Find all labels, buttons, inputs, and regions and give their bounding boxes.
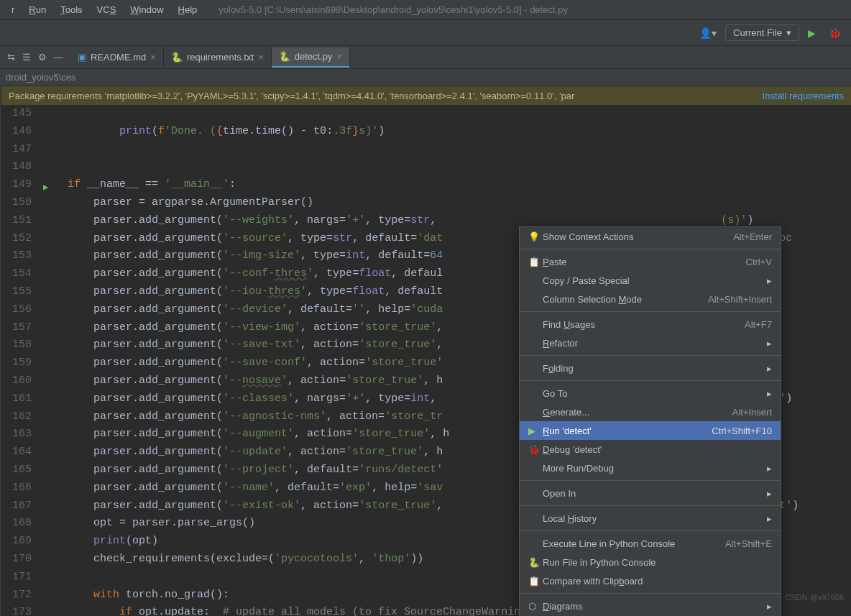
tab-requirements[interactable]: 🐍 requirements.txt × xyxy=(164,47,272,68)
code-text: parser.add_argument('--agnostic-nms', ac… xyxy=(68,408,443,426)
submenu-arrow-icon: ▸ xyxy=(762,601,772,612)
context-menu-item[interactable]: Local History▸ xyxy=(520,509,781,528)
line-number: 157 xyxy=(1,319,45,337)
context-menu-item[interactable]: 🐞Debug 'detect' xyxy=(520,440,781,459)
code-text: parser.add_argument('--update', action='… xyxy=(68,443,443,461)
fold-gutter xyxy=(58,176,68,194)
menu-item-shortcut: Alt+F7 xyxy=(745,319,772,330)
line-number: 161 xyxy=(1,390,45,408)
debug-button[interactable]: 🐞 xyxy=(824,27,845,39)
context-menu-item[interactable]: 📋Compare with Clipboard xyxy=(520,571,781,590)
context-menu-item[interactable]: Refactor▸ xyxy=(520,334,781,352)
menu-item[interactable]: r xyxy=(4,4,22,15)
fold-gutter xyxy=(58,569,68,587)
line-number: 169 xyxy=(1,533,45,551)
close-icon[interactable]: × xyxy=(258,52,264,63)
code-line[interactable]: 147 xyxy=(1,141,851,159)
context-menu-item[interactable]: Generate...Alt+Insert xyxy=(520,403,781,421)
fold-gutter xyxy=(58,247,68,265)
code-text: parser.add_argument('--img-size', type=i… xyxy=(68,247,443,265)
context-menu-item[interactable]: Copy / Paste Special▸ xyxy=(520,271,781,290)
context-menu-item[interactable]: Go To▸ xyxy=(520,384,781,403)
code-line[interactable]: 146 print(f'Done. ({time.time() - t0:.3f… xyxy=(1,123,851,141)
context-menu-item[interactable]: ▶Run 'detect'Ctrl+Shift+F10 xyxy=(520,421,781,440)
line-number: 148 xyxy=(1,158,45,176)
tab-readme[interactable]: ▣ README.md × xyxy=(70,47,164,68)
requirements-banner: Package requirements 'matplotlib>=3.2.2'… xyxy=(1,86,851,105)
context-menu-item[interactable]: ⬡Diagrams▸ xyxy=(520,597,781,615)
menu-item-shortcut: Alt+Shift+E xyxy=(725,538,772,549)
line-number: 145 xyxy=(1,105,45,123)
fold-gutter xyxy=(58,533,68,551)
line-number: 150 xyxy=(1,194,45,212)
context-menu-item[interactable]: 🐍Run File in Python Console xyxy=(520,553,781,571)
menu-item-icon: 📋 xyxy=(528,576,543,587)
tab-detect[interactable]: 🐍 detect.py × xyxy=(272,47,350,68)
context-menu-item[interactable]: Column Selection ModeAlt+Shift+Insert xyxy=(520,290,781,308)
menubar: r Run Tools VCS Window Help yolov5-5.0 [… xyxy=(0,0,851,20)
python-icon: 🐍 xyxy=(279,51,290,62)
fold-gutter xyxy=(58,283,68,301)
menu-item-label: Show Context Actions xyxy=(543,231,733,242)
line-number: 155 xyxy=(1,283,45,301)
menu-item-shortcut: Ctrl+Shift+F10 xyxy=(712,426,772,436)
menu-item-shortcut: Alt+Shift+Insert xyxy=(708,294,772,305)
line-number: 165 xyxy=(1,461,45,479)
context-menu-item[interactable]: Open In▸ xyxy=(520,484,781,502)
run-button[interactable]: ▶ xyxy=(804,27,820,39)
menu-item-label: Diagrams xyxy=(543,601,762,612)
code-text: check_requirements(exclude=('pycocotools… xyxy=(68,551,423,569)
code-text: opt = parser.parse_args() xyxy=(68,515,255,533)
menu-item-label: Folding xyxy=(543,363,762,374)
user-icon[interactable]: 👤▾ xyxy=(695,27,721,39)
run-config-label: Current File xyxy=(733,27,782,38)
fold-gutter xyxy=(58,123,68,141)
menu-item-label: Local History xyxy=(543,513,762,524)
menu-item-shortcut: Alt+Enter xyxy=(733,231,772,242)
menu-item-label: Column Selection Mode xyxy=(543,294,708,305)
breadcrumb: droid_yolov5\ces xyxy=(0,69,851,86)
fold-gutter xyxy=(58,319,68,337)
context-menu-item[interactable]: Folding▸ xyxy=(520,359,781,377)
code-line[interactable]: 145 xyxy=(1,105,851,123)
tool-icon[interactable]: ⇆ xyxy=(7,52,15,63)
submenu-arrow-icon: ▸ xyxy=(762,338,772,349)
context-menu-item[interactable]: More Run/Debug▸ xyxy=(520,459,781,477)
menu-item-label: Copy / Paste Special xyxy=(543,275,762,286)
menu-vcs[interactable]: VCS xyxy=(90,4,124,15)
code-line[interactable]: 148 xyxy=(1,158,851,176)
code-line[interactable]: 149▶if __name__ == '__main__': xyxy=(1,176,851,194)
tool-icon[interactable]: ☰ xyxy=(22,52,31,63)
fold-gutter xyxy=(58,408,68,426)
code-text: print(f'Done. ({time.time() - t0:.3f}s)'… xyxy=(68,123,385,141)
close-icon[interactable]: × xyxy=(150,52,156,63)
line-number: 166 xyxy=(1,479,45,497)
menu-item-icon: ▶ xyxy=(528,426,543,436)
code-line[interactable]: 150 parser = argparse.ArgumentParser() xyxy=(1,194,851,212)
line-number: 167 xyxy=(1,497,45,515)
context-menu-item[interactable]: 📋PasteCtrl+V xyxy=(520,252,781,271)
code-text: parser.add_argument('--save-txt', action… xyxy=(68,336,443,354)
context-menu-item[interactable]: Execute Line in Python ConsoleAlt+Shift+… xyxy=(520,534,781,553)
editor[interactable]: Package requirements 'matplotlib>=3.2.2'… xyxy=(1,86,851,616)
close-icon[interactable]: × xyxy=(336,51,342,62)
menu-item-label: Open In xyxy=(543,488,762,499)
menu-window[interactable]: Window xyxy=(123,4,170,15)
run-config-selector[interactable]: Current File ▾ xyxy=(725,24,799,41)
menu-item-label: More Run/Debug xyxy=(543,463,762,474)
fold-gutter xyxy=(58,230,68,248)
menu-help[interactable]: Help xyxy=(171,4,205,15)
menu-run[interactable]: Run xyxy=(22,4,53,15)
menu-item-icon: 🐍 xyxy=(528,557,543,568)
context-menu-item[interactable]: 💡Show Context ActionsAlt+Enter xyxy=(520,227,781,246)
gear-icon[interactable]: ⚙ xyxy=(38,52,47,63)
line-number: 168 xyxy=(1,515,45,533)
context-menu-item[interactable]: Find UsagesAlt+F7 xyxy=(520,315,781,334)
fold-gutter xyxy=(58,265,68,283)
fold-gutter xyxy=(58,443,68,461)
collapse-icon[interactable]: — xyxy=(54,52,63,63)
menu-tools[interactable]: Tools xyxy=(53,4,89,15)
menu-item-label: Execute Line in Python Console xyxy=(543,538,725,549)
install-requirements-link[interactable]: Install requirements xyxy=(763,91,844,101)
fold-gutter xyxy=(58,426,68,443)
